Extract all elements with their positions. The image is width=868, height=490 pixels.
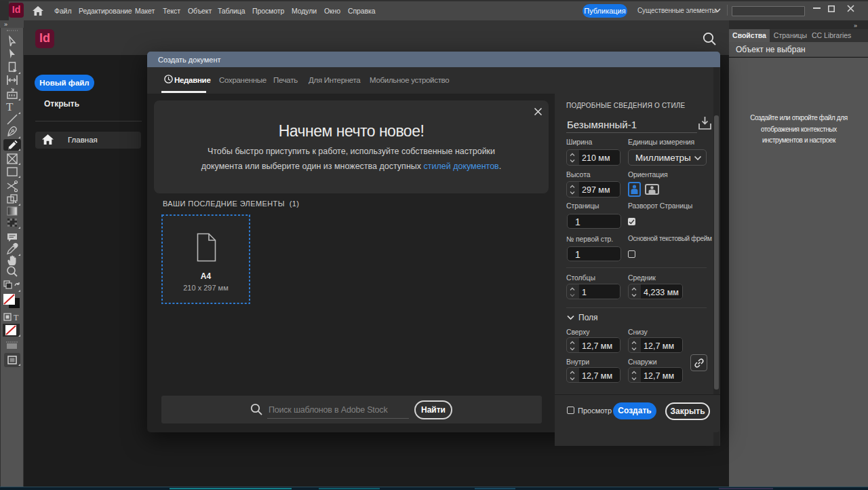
svg-text:T: T (14, 313, 19, 322)
